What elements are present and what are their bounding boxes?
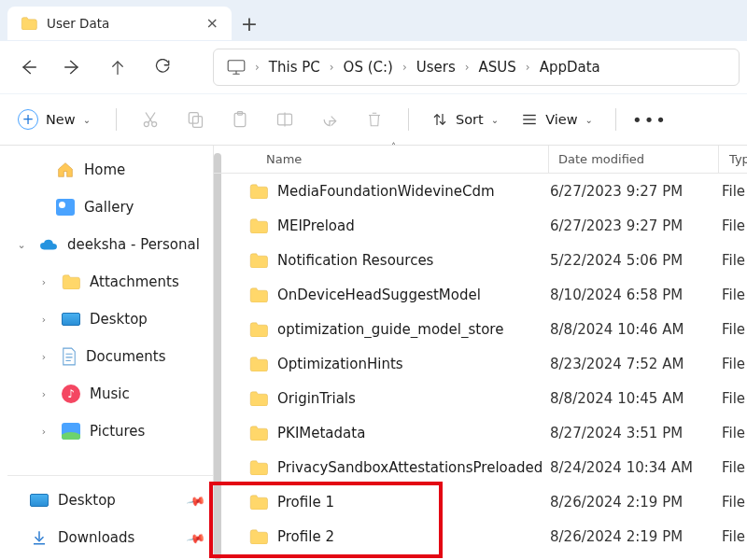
sidebar-item-attachments[interactable]: › Attachments [7,263,213,301]
address-bar[interactable]: › This PC › OS (C:) › Users › ASUS › App… [213,49,740,86]
chevron-right-icon[interactable]: › [35,276,52,288]
file-date: 8/8/2024 10:45 AM [550,390,722,407]
view-icon [521,112,538,127]
folder-icon [249,184,268,199]
refresh-button[interactable] [142,47,183,88]
folder-icon [21,17,37,30]
folder-icon [249,253,268,268]
new-button[interactable]: + New ⌄ [9,103,103,136]
sidebar-item-onedrive[interactable]: ⌄ deeksha - Personal [7,226,213,263]
sidebar-item-label: Downloads [58,529,134,546]
sidebar-pinned-desktop[interactable]: Desktop 📌 [7,482,213,519]
file-row[interactable]: MediaFoundationWidevineCdm6/27/2023 9:27… [249,174,747,208]
chevron-right-icon[interactable]: › [35,314,52,326]
file-row[interactable]: PKIMetadata8/27/2024 3:51 PMFile [249,415,747,450]
plus-circle-icon: + [18,109,38,130]
breadcrumb-os-c[interactable]: OS (C:) [344,59,393,76]
new-tab-button[interactable]: + [232,7,267,40]
file-name-cell: optimization_guide_model_store [249,321,550,338]
file-row[interactable]: Profile 28/26/2024 2:19 PMFile [249,519,747,553]
sort-button[interactable]: Sort ⌄ [422,103,508,136]
sidebar-pinned-downloads[interactable]: Downloads 📌 [7,519,213,556]
sidebar-item-music[interactable]: › ♪ Music [7,375,213,413]
breadcrumb-asus[interactable]: ASUS [479,59,516,76]
file-row[interactable]: optimization_guide_model_store8/8/2024 1… [249,312,747,346]
file-row[interactable]: OriginTrials8/8/2024 10:45 AMFile [249,381,747,415]
folder-icon [249,529,268,544]
sidebar-item-label: Desktop [58,492,116,509]
folder-icon [249,218,268,233]
file-row[interactable]: Notification Resources5/22/2024 5:06 PMF… [249,243,747,277]
file-date: 5/22/2024 5:06 PM [550,252,722,269]
file-name-cell: PKIMetadata [249,425,550,441]
file-type: File [722,321,745,338]
sidebar-item-label: Home [84,161,125,178]
chevron-right-icon[interactable]: › [35,426,52,438]
chevron-right-icon: › [330,61,334,74]
breadcrumb-this-pc[interactable]: This PC [269,59,320,76]
file-name: Profile 2 [277,528,334,545]
file-name-cell: OptimizationHints [249,356,550,372]
file-row[interactable]: Profile 18/26/2024 2:19 PMFile [249,484,747,519]
chevron-down-icon[interactable]: ⌄ [13,239,30,251]
tab-title: User Data [47,16,109,31]
file-row[interactable]: OnDeviceHeadSuggestModel8/10/2024 6:58 P… [249,277,747,312]
sidebar-item-pictures[interactable]: › Pictures [7,413,213,450]
column-header-type[interactable]: Typ [729,152,747,166]
view-button[interactable]: View ⌄ [512,103,602,136]
chevron-down-icon: ⌄ [585,115,593,125]
copy-button[interactable] [175,99,216,140]
sidebar-item-label: Desktop [90,311,148,328]
rename-button[interactable] [264,99,305,140]
up-button[interactable] [97,47,138,88]
folder-icon [249,460,268,475]
file-name: PKIMetadata [277,425,365,441]
more-button[interactable]: ••• [629,99,670,140]
separator [408,108,409,131]
file-row[interactable]: OptimizationHints8/23/2024 7:52 AMFile [249,346,747,381]
file-row[interactable]: PrivacySandboxAttestationsPreloaded8/24/… [249,450,747,484]
folder-icon [249,322,268,337]
cut-button[interactable] [130,99,171,140]
chevron-right-icon[interactable]: › [35,351,52,363]
share-button[interactable] [309,99,350,140]
file-type: File [722,356,745,372]
file-list: ˄ Name Date modified Typ MediaFoundation… [213,146,747,560]
delete-button[interactable] [354,99,395,140]
chevron-right-icon[interactable]: › [35,388,52,400]
back-button[interactable] [7,47,49,88]
file-date: 8/26/2024 2:19 PM [550,494,722,511]
forward-button[interactable] [52,47,93,88]
sidebar-item-documents[interactable]: › Documents [7,338,213,375]
file-name: OptimizationHints [277,356,403,372]
chevron-down-icon: ⌄ [491,115,499,125]
file-row[interactable]: MEIPreload6/27/2023 9:27 PMFile [249,208,747,243]
close-icon[interactable]: × [206,16,218,31]
sidebar-item-home[interactable]: Home [7,151,213,189]
file-name: OriginTrials [277,390,356,407]
file-date: 8/27/2024 3:51 PM [550,425,722,441]
breadcrumb-users[interactable]: Users [416,59,456,76]
pin-icon: 📌 [186,490,206,510]
folder-icon [249,357,268,371]
active-tab[interactable]: User Data × [7,7,232,40]
sidebar-item-gallery[interactable]: Gallery [7,189,213,226]
sidebar-item-label: deeksha - Personal [67,236,200,253]
breadcrumb-appdata[interactable]: AppData [540,59,600,76]
column-header-name[interactable]: Name [266,152,302,166]
separator [615,108,616,131]
new-button-label: New [46,112,76,127]
file-name-cell: Notification Resources [249,252,550,269]
column-header-date[interactable]: Date modified [558,152,644,166]
file-date: 8/8/2024 10:46 AM [550,321,722,338]
file-date: 8/23/2024 7:52 AM [550,356,722,372]
paste-button[interactable] [219,99,261,140]
main-area: Home Gallery ⌄ deeksha - Personal › Atta… [0,146,747,560]
pin-icon: 📌 [186,527,206,547]
sidebar: Home Gallery ⌄ deeksha - Personal › Atta… [0,146,213,560]
file-name: Profile 1 [277,494,334,511]
svg-point-2 [152,122,157,127]
file-type: File [722,390,745,407]
sidebar-item-desktop[interactable]: › Desktop [7,301,213,338]
pc-icon [227,60,246,75]
